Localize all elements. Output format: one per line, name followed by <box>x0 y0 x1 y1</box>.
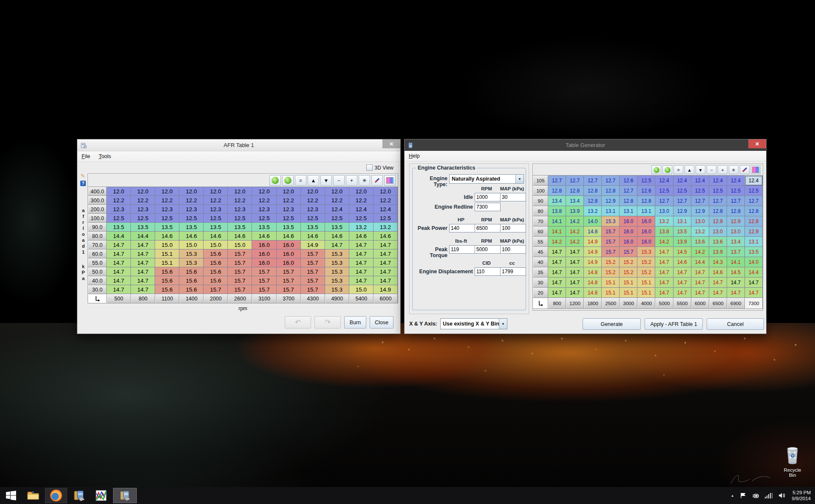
afr-cell[interactable]: 15.6 <box>204 258 228 267</box>
tg-cell[interactable]: 14.7 <box>655 247 673 257</box>
afr-column-header[interactable]: 2000 <box>204 294 228 303</box>
taskbar-file-explorer[interactable] <box>22 487 44 504</box>
afr-cell[interactable]: 15.3 <box>325 258 349 267</box>
tg-cell[interactable]: 12.7 <box>584 176 602 186</box>
afr-column-header[interactable]: 6000 <box>374 294 398 303</box>
afr-cell[interactable]: 15.6 <box>179 267 204 276</box>
afr-cell[interactable]: 12.4 <box>374 205 398 214</box>
tg-cell[interactable]: 14.7 <box>548 247 566 257</box>
afr-cell[interactable]: 12.3 <box>277 205 301 214</box>
tg-cell[interactable]: 12.9 <box>674 206 691 216</box>
taskbar-firefox[interactable] <box>44 487 68 504</box>
tg-cell[interactable]: 15.1 <box>602 288 620 298</box>
afr-cell[interactable]: 15.7 <box>228 249 252 258</box>
afr-row-header[interactable]: 300.0 <box>88 196 107 205</box>
afr-cell[interactable]: 12.3 <box>228 205 252 214</box>
afr-cell[interactable]: 14.7 <box>349 241 374 249</box>
afr-cell[interactable]: 13.5 <box>204 223 228 232</box>
afr-cell[interactable]: 14.6 <box>349 232 374 241</box>
afr-cell[interactable]: 12.0 <box>131 187 155 196</box>
afr-cell[interactable]: 15.1 <box>155 258 179 267</box>
afr-column-header[interactable]: 3700 <box>277 294 301 303</box>
close-button[interactable]: Close <box>370 316 393 328</box>
afr-cell[interactable]: 14.7 <box>107 249 131 258</box>
tg-cell[interactable]: 15.2 <box>602 257 620 267</box>
afr-cell[interactable]: 14.7 <box>107 285 131 294</box>
tg-cell[interactable]: 12.8 <box>745 216 763 227</box>
afr-cell[interactable]: 14.4 <box>107 232 131 241</box>
afr-cell[interactable]: 12.4 <box>349 205 374 214</box>
chevron-down-icon[interactable]: ▼ <box>499 319 507 329</box>
tg-cell[interactable]: 13.8 <box>548 206 566 216</box>
tg-cell[interactable]: 14.7 <box>709 277 727 288</box>
tg-column-header[interactable]: 4000 <box>637 298 655 309</box>
menu-tools[interactable]: Tools <box>99 153 111 159</box>
tg-cell[interactable]: 15.7 <box>602 227 620 237</box>
tg-cell[interactable]: 14.9 <box>584 257 602 267</box>
scale-up-button[interactable]: ↑ <box>651 165 661 174</box>
afr-cell[interactable]: 13.5 <box>325 223 349 232</box>
tg-cell[interactable]: 14.2 <box>548 237 566 247</box>
afr-cell[interactable]: 12.2 <box>301 196 325 205</box>
tg-cell[interactable]: 12.7 <box>745 196 763 206</box>
menu-help[interactable]: Help <box>409 153 420 159</box>
tg-row-header[interactable]: 80 <box>533 206 548 216</box>
taskbar-tunerstudio[interactable]: 101 <box>68 487 90 504</box>
afr-cell[interactable]: 12.0 <box>349 187 374 196</box>
afr-cell[interactable]: 12.5 <box>228 214 252 223</box>
afr-column-header[interactable]: 2600 <box>228 294 252 303</box>
tg-cell[interactable]: 14.0 <box>584 216 602 227</box>
help-icon[interactable]: ? <box>80 181 86 186</box>
tg-cell[interactable]: 14.6 <box>674 257 691 267</box>
afr-cell[interactable]: 14.7 <box>349 258 374 267</box>
plus-button[interactable]: + <box>718 165 727 174</box>
tg-cell[interactable]: 13.4 <box>566 196 584 206</box>
tg-cell[interactable]: 15.2 <box>637 267 655 277</box>
afr-cell[interactable]: 16.0 <box>252 258 276 267</box>
afr-cell[interactable]: 14.7 <box>325 241 349 249</box>
afr-cell[interactable]: 14.6 <box>252 232 276 241</box>
tg-cell[interactable]: 12.9 <box>709 216 727 227</box>
afr-column-header[interactable]: 1100 <box>155 294 179 303</box>
tg-cell[interactable]: 14.7 <box>548 267 566 277</box>
tg-cell[interactable]: 14.7 <box>548 277 566 288</box>
afr-cell[interactable]: 14.7 <box>349 267 374 276</box>
tg-cell[interactable]: 12.8 <box>584 196 602 206</box>
tg-cell[interactable]: 12.4 <box>691 176 709 186</box>
tg-cell[interactable]: 13.1 <box>602 206 620 216</box>
tg-cell[interactable]: 14.9 <box>584 237 602 247</box>
tg-cell[interactable]: 14.7 <box>674 288 691 298</box>
tg-cell[interactable]: 12.6 <box>637 186 655 196</box>
afr-cell[interactable]: 12.2 <box>374 196 398 205</box>
afr-cell[interactable]: 13.2 <box>374 223 398 232</box>
tg-cell[interactable]: 14.1 <box>548 216 566 227</box>
tg-cell[interactable]: 15.3 <box>602 216 620 227</box>
tg-cell[interactable]: 13.7 <box>727 247 745 257</box>
afr-cell[interactable]: 15.7 <box>301 276 325 285</box>
afr-close-window-button[interactable]: ✕ <box>382 139 400 148</box>
tg-cell[interactable]: 12.5 <box>637 176 655 186</box>
afr-cell[interactable]: 13.5 <box>131 223 155 232</box>
tg-cell[interactable]: 12.8 <box>602 186 620 196</box>
tg-cell[interactable]: 13.2 <box>655 216 673 227</box>
burn-button[interactable]: Burn <box>344 316 366 328</box>
redo-button[interactable]: ↷ <box>314 316 341 328</box>
tg-cell[interactable]: 13.0 <box>727 227 745 237</box>
tg-column-header[interactable]: 7300 <box>745 298 763 309</box>
afr-cell[interactable]: 12.5 <box>325 214 349 223</box>
tg-cell[interactable]: 12.9 <box>691 206 709 216</box>
afr-cell[interactable]: 12.0 <box>325 187 349 196</box>
tg-cell[interactable]: 14.1 <box>548 227 566 237</box>
tg-cell[interactable]: 14.1 <box>727 257 745 267</box>
tg-cell[interactable]: 13.5 <box>745 247 763 257</box>
afr-cell[interactable]: 12.4 <box>325 205 349 214</box>
tg-cell[interactable]: 12.9 <box>602 196 620 206</box>
tg-cell[interactable]: 12.4 <box>674 176 691 186</box>
tg-cell[interactable]: 14.7 <box>674 277 691 288</box>
tg-cell[interactable]: 12.8 <box>709 206 727 216</box>
afr-cell[interactable]: 15.7 <box>204 285 228 294</box>
increment-up-button[interactable]: ▲ <box>685 165 694 174</box>
afr-cell[interactable]: 14.6 <box>204 232 228 241</box>
xy-axis-select[interactable]: Use existing X & Y Bins ▼ <box>440 318 507 329</box>
tg-cell[interactable]: 14.7 <box>691 267 709 277</box>
